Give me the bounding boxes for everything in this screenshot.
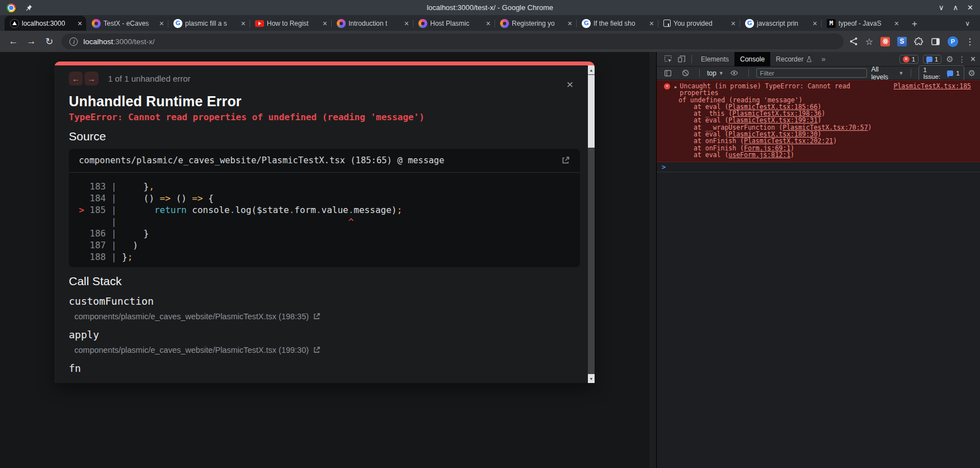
console-prompt-row[interactable]: > — [657, 162, 980, 172]
new-tab-button[interactable]: + — [912, 19, 917, 29]
context-selector[interactable]: top ▼ — [707, 69, 724, 77]
devtools-tab-elements[interactable]: Elements — [695, 52, 734, 67]
error-overlay-header: ← → 1 of 1 unhandled error — [69, 72, 580, 86]
react-devtools-extension-icon[interactable] — [880, 37, 890, 46]
device-toolbar-icon[interactable] — [675, 53, 688, 65]
browser-tab[interactable]: javascript prin× — [739, 16, 821, 31]
tab-close-icon[interactable]: × — [78, 20, 82, 27]
url-host: localhost — [83, 37, 113, 46]
scroll-down-icon[interactable]: ▼ — [588, 374, 595, 383]
devtools-tab-row: ElementsConsoleRecorder » ✕ 1 1 ⚙ ⋮ × — [657, 52, 980, 67]
window-close-icon[interactable]: ✕ — [967, 3, 973, 12]
extensions-puzzle-icon[interactable] — [914, 37, 924, 46]
context-label: top — [707, 69, 717, 77]
tab-close-icon[interactable]: × — [813, 20, 817, 27]
tab-title: How to Regist — [267, 20, 320, 27]
console-message-badge[interactable]: 1 — [923, 55, 941, 64]
console-prompt-icon: > — [662, 163, 666, 171]
call-stack-location[interactable]: components/plasmic/e_caves_website/Plasm… — [74, 346, 580, 354]
tab-close-icon[interactable]: × — [568, 20, 572, 27]
tab-search-chevron-icon[interactable]: ∨ — [965, 20, 970, 27]
plasmic-favicon — [92, 19, 101, 28]
scroll-up-icon[interactable]: ▲ — [588, 65, 595, 74]
page-scrollbar[interactable] — [649, 52, 656, 468]
browser-tab[interactable]: If the field sho× — [576, 16, 658, 31]
devtools-tab-console[interactable]: Console — [734, 52, 770, 67]
open-in-editor-icon[interactable] — [561, 156, 570, 165]
issues-button[interactable]: 1 Issue: 1 — [918, 65, 964, 81]
browser-tab[interactable]: You provided× — [658, 16, 739, 31]
console-toolbar: top ▼ All levels ▼ 1 Issue: 1 — [657, 67, 980, 80]
inspect-element-icon[interactable] — [661, 53, 675, 65]
share-icon[interactable] — [849, 37, 858, 46]
console-settings-icon[interactable]: ⚙ — [968, 68, 976, 78]
tab-close-icon[interactable]: × — [649, 20, 654, 27]
profile-avatar[interactable]: P — [948, 36, 958, 47]
more-tabs-icon[interactable]: » — [818, 55, 828, 63]
call-stack-function: customFunction — [69, 295, 580, 307]
tab-close-icon[interactable]: × — [486, 20, 491, 27]
code-line: 184 | () => () => { — [79, 192, 580, 204]
address-bar[interactable]: i localhost:3000/test-x/ — [62, 34, 844, 49]
tab-close-icon[interactable]: × — [241, 20, 246, 27]
browser-tab[interactable]: Registering yo× — [494, 16, 576, 31]
overlay-scrollbar-thumb[interactable] — [588, 75, 595, 148]
nextjs-error-overlay: ← → 1 of 1 unhandled error × Unhandled R… — [54, 62, 595, 383]
browser-tab[interactable]: localhost:3000× — [4, 16, 86, 31]
extension-s-icon[interactable]: S — [897, 37, 907, 46]
side-panel-icon[interactable] — [931, 37, 940, 46]
devtools-settings-icon[interactable]: ⚙ — [946, 54, 953, 64]
tab-close-icon[interactable]: × — [731, 20, 736, 27]
call-stack-location[interactable]: components/plasmic/e_caves_website/Plasm… — [74, 312, 580, 321]
maximize-icon[interactable]: ∧ — [953, 3, 959, 12]
overlay-scrollbar[interactable]: ▲ ▼ — [588, 65, 595, 383]
error-source-link[interactable]: PlasmicTestX.tsx:185 — [883, 83, 971, 89]
browser-tab[interactable]: plasmic fill a s× — [168, 16, 249, 31]
tab-close-icon[interactable]: × — [404, 20, 409, 27]
reload-button[interactable]: ↻ — [41, 34, 57, 49]
tab-close-icon[interactable]: × — [894, 20, 899, 27]
mdn-favicon — [827, 19, 836, 28]
tab-title: Registering yo — [512, 20, 565, 27]
eye-icon[interactable] — [728, 67, 741, 79]
issues-count: 1 — [956, 70, 959, 77]
code-frame-header: components/plasmic/e_caves_website/Plasm… — [69, 149, 580, 172]
open-in-editor-icon[interactable] — [313, 313, 321, 320]
browser-tab[interactable]: TestX - eCaves× — [86, 16, 168, 31]
previous-error-button[interactable]: ← — [69, 72, 83, 86]
devtools-menu-icon[interactable]: ⋮ — [958, 55, 966, 64]
divider — [911, 69, 911, 77]
window-titlebar: localhost:3000/test-x/ - Google Chrome ∨… — [0, 0, 980, 15]
minimize-icon[interactable]: ∨ — [939, 3, 944, 12]
tab-close-icon[interactable]: × — [159, 20, 164, 27]
call-stack-heading: Call Stack — [69, 275, 580, 288]
tab-strip: localhost:3000×TestX - eCaves×plasmic fi… — [0, 15, 980, 31]
browser-menu-icon[interactable]: ⋮ — [965, 36, 974, 47]
devtools-tab-recorder[interactable]: Recorder — [770, 52, 818, 67]
log-levels-selector[interactable]: All levels ▼ — [871, 65, 903, 81]
overlay-close-icon[interactable]: × — [567, 78, 573, 90]
back-button[interactable]: ← — [6, 34, 21, 49]
site-info-icon[interactable]: i — [69, 37, 78, 46]
tab-title: typeof - JavaS — [838, 20, 892, 27]
tab-close-icon[interactable]: × — [323, 20, 327, 27]
forward-button[interactable]: → — [23, 34, 39, 49]
browser-tab[interactable]: Host Plasmic× — [413, 16, 494, 31]
devtools-close-icon[interactable]: × — [970, 54, 976, 64]
bookmark-star-icon[interactable]: ☆ — [865, 36, 873, 47]
browser-tab[interactable]: typeof - JavaS× — [821, 16, 903, 31]
console-error-entry[interactable]: ✕ ▶ Uncaught (in promise) TypeError: Can… — [657, 80, 980, 162]
next-error-button[interactable]: → — [84, 72, 98, 86]
expand-triangle-icon[interactable]: ▶ — [675, 84, 677, 91]
browser-tab[interactable]: How to Regist× — [249, 16, 331, 31]
message-count-icon — [926, 56, 932, 62]
console-filter-input[interactable] — [756, 68, 868, 78]
clear-console-icon[interactable] — [679, 67, 692, 79]
url-text[interactable]: localhost:3000/test-x/ — [83, 37, 155, 46]
console-sidebar-icon[interactable] — [661, 67, 675, 79]
console-error-badge[interactable]: ✕ 1 — [899, 55, 918, 64]
stack-frame-link[interactable]: useForm.js:812:1 — [728, 151, 790, 159]
error-count-icon: ✕ — [903, 56, 910, 63]
open-in-editor-icon[interactable] — [313, 346, 321, 354]
browser-tab[interactable]: Introduction t× — [331, 16, 413, 31]
